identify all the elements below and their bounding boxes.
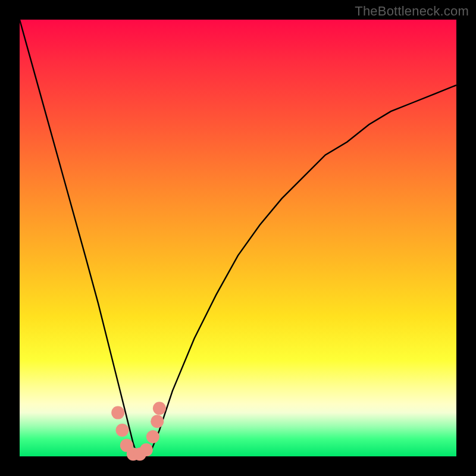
chart-plot-area <box>20 20 456 456</box>
curve-marker <box>111 406 124 419</box>
curve-marker <box>116 424 129 437</box>
curve-marker <box>140 443 153 456</box>
watermark-text: TheBottleneck.com <box>355 4 469 19</box>
chart-frame: TheBottleneck.com <box>0 0 476 476</box>
curve-marker <box>153 402 166 415</box>
chart-svg <box>20 20 456 456</box>
curve-marker <box>151 415 164 428</box>
curve-marker <box>146 430 159 443</box>
curve-markers <box>111 402 166 461</box>
bottleneck-curve <box>20 20 456 456</box>
